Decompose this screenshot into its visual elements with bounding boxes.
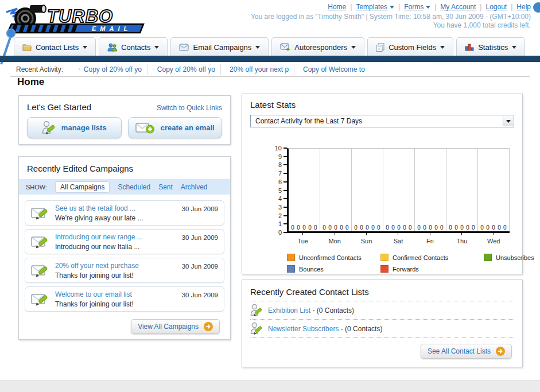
envelope-plus-icon bbox=[135, 121, 155, 135]
recent-activity-text: Copy of 20% off yo bbox=[157, 65, 215, 73]
recent-activity-text: Copy of Welcome to bbox=[303, 65, 365, 73]
bar-value-label: 0 bbox=[466, 224, 469, 231]
tab-custom-fields[interactable]: Custom Fields bbox=[367, 37, 453, 56]
contact-list-row[interactable]: Exhibition List - (0 Contacts) bbox=[250, 301, 514, 320]
stats-selector-dropdown[interactable]: Contact Activity for the Last 7 Days bbox=[250, 115, 514, 127]
chart-legend: Unconfirmed Contacts Confirmed Contacts … bbox=[287, 254, 514, 273]
header-link-logout[interactable]: Logout bbox=[485, 3, 507, 11]
recent-activity-item[interactable]: Copy of Welcome to bbox=[294, 64, 367, 75]
contact-list-row[interactable]: Newsletter Subscribers - (0 Contacts) bbox=[250, 320, 514, 338]
envelope-pencil-icon bbox=[31, 291, 49, 307]
bar-value-label: 0 bbox=[449, 224, 452, 231]
switch-quick-links-link[interactable]: Switch to Quick Links bbox=[157, 104, 222, 112]
page-footer-strip bbox=[0, 381, 540, 392]
header-link-forms[interactable]: Forms bbox=[404, 3, 430, 11]
recent-activity-bar: Recent Activity: Copy of 20% off yo Copy… bbox=[10, 62, 530, 77]
header-link-label: Home bbox=[328, 3, 346, 11]
header-link-help[interactable]: Help bbox=[516, 3, 531, 11]
contact-lists-title: Recently Created Contact Lists bbox=[250, 287, 514, 301]
campaign-row[interactable]: 20% off your next purchaseThanks for joi… bbox=[25, 258, 224, 283]
tab-label: Autoresponders bbox=[294, 43, 347, 52]
chart-y-axis: 012345678910 bbox=[268, 148, 287, 232]
tab-email-campaigns[interactable]: Email Campaigns bbox=[170, 37, 269, 56]
header-link-my-account[interactable]: My Account bbox=[440, 3, 476, 11]
legend-label: Bounces bbox=[299, 266, 324, 273]
chevron-down-icon bbox=[351, 46, 356, 49]
campaign-title-link[interactable]: 20% off your next purchase bbox=[55, 262, 139, 270]
bar-value-label: 0 bbox=[472, 224, 475, 231]
chart-plot-groups: 00000000000000000000000000000000000 bbox=[289, 149, 510, 231]
x-axis-label: Tue bbox=[287, 233, 318, 246]
bar-value-label: 0 bbox=[440, 224, 444, 231]
tab-label: Custom Fields bbox=[389, 43, 436, 52]
campaign-date: 30 Jun 2009 bbox=[182, 234, 218, 241]
bar-value-label: 0 bbox=[503, 224, 507, 231]
x-axis-label: Mon bbox=[318, 233, 350, 246]
bar-value-label: 0 bbox=[308, 224, 312, 231]
bar-value-label: 0 bbox=[371, 224, 375, 231]
legend-swatch bbox=[380, 254, 389, 261]
contact-list-link[interactable]: Exhibition List bbox=[268, 306, 310, 315]
app-logo[interactable]: TURBO EMAIL bbox=[5, 3, 149, 37]
recent-activity-item[interactable]: 20% off your next p bbox=[220, 64, 294, 75]
envelope-pencil-icon bbox=[31, 234, 49, 250]
campaign-row[interactable]: See us at the retail food ...We're givin… bbox=[25, 200, 224, 226]
bar-value-label: 0 bbox=[323, 224, 326, 231]
campaign-row[interactable]: Welcome to our email listThanks for join… bbox=[25, 286, 224, 312]
legend-label: Confirmed Contacts bbox=[393, 254, 448, 261]
campaign-title-link[interactable]: Introducing our new range ... bbox=[55, 233, 143, 241]
envelope-arrow-icon bbox=[280, 43, 290, 51]
bar-value-label: 0 bbox=[314, 224, 317, 231]
tab-label: Contacts bbox=[121, 43, 150, 52]
contact-list-count: - (0 Contacts) bbox=[310, 306, 354, 315]
pages-icon bbox=[376, 43, 384, 52]
tab-contact-lists[interactable]: Contact Lists bbox=[14, 37, 96, 56]
see-all-contact-lists-button[interactable]: See All Contact Lists bbox=[421, 344, 512, 359]
tab-statistics[interactable]: Statistics bbox=[456, 37, 525, 56]
campaign-date: 30 Jun 2009 bbox=[182, 263, 218, 270]
campaign-title-link[interactable]: Welcome to our email list bbox=[55, 290, 132, 298]
manage-lists-button[interactable]: manage lists bbox=[27, 117, 122, 138]
filter-archived[interactable]: Archived bbox=[181, 183, 208, 191]
folder-icon bbox=[22, 43, 32, 51]
view-all-campaigns-button[interactable]: View All Campaigns bbox=[131, 319, 220, 334]
header-link-home[interactable]: Home bbox=[328, 3, 346, 11]
tab-contacts[interactable]: Contacts bbox=[99, 37, 168, 56]
filter-scheduled[interactable]: Scheduled bbox=[118, 183, 150, 191]
x-axis-label: Fri bbox=[414, 233, 446, 246]
chat-bubble-icon[interactable] bbox=[533, 2, 540, 13]
recent-activity-text: Copy of 20% off yo bbox=[84, 65, 142, 73]
bar-chart-icon bbox=[465, 43, 474, 51]
person-pencil-icon bbox=[42, 121, 56, 135]
bar-value-label: 0 bbox=[354, 224, 358, 231]
bar-value-label: 0 bbox=[486, 224, 490, 231]
login-status-text: You are logged in as "Timothy Smith" | S… bbox=[251, 13, 531, 21]
bar-value-label: 0 bbox=[434, 224, 438, 231]
campaign-title-link[interactable]: See us at the retail food ... bbox=[55, 204, 135, 212]
header-link-templates[interactable]: Templates bbox=[356, 3, 394, 11]
contact-list-link[interactable]: Newsletter Subscribers bbox=[268, 325, 339, 333]
create-email-button[interactable]: create an email bbox=[128, 117, 223, 138]
bar-value-label: 0 bbox=[302, 224, 306, 231]
envelope-pencil-icon bbox=[31, 205, 49, 221]
latest-stats-panel: Latest Stats Contact Activity for the La… bbox=[242, 94, 523, 274]
campaign-subtitle: Thanks for joining our list! bbox=[55, 300, 134, 308]
bar-value-label: 0 bbox=[328, 224, 332, 231]
manage-lists-label: manage lists bbox=[61, 123, 107, 132]
tab-label: Statistics bbox=[478, 43, 508, 52]
recently-edited-campaigns-panel: Recently Edited Campaigns SHOW: All Camp… bbox=[18, 156, 231, 340]
filter-all-campaigns[interactable]: All Campaigns bbox=[55, 181, 110, 193]
arrow-right-circle-icon bbox=[496, 347, 505, 356]
recent-activity-item[interactable]: Copy of 20% off yo bbox=[73, 64, 147, 75]
stats-selector-value: Contact Activity for the Last 7 Days bbox=[255, 117, 362, 125]
bar-value-label: 0 bbox=[480, 224, 484, 231]
tab-autoresponders[interactable]: Autoresponders bbox=[271, 37, 364, 56]
campaign-row[interactable]: Introducing our new range ...Introducing… bbox=[25, 229, 224, 254]
filter-sent[interactable]: Sent bbox=[158, 183, 173, 191]
dropdown-arrow-icon bbox=[503, 116, 513, 126]
campaign-subtitle: Introducing our new Italia ... bbox=[55, 243, 139, 251]
recent-activity-item[interactable]: Copy of 20% off yo bbox=[147, 64, 220, 75]
legend-item: Confirmed Contacts bbox=[380, 254, 484, 261]
chart-group: 00000 bbox=[446, 149, 478, 231]
bar-value-label: 0 bbox=[492, 224, 495, 231]
